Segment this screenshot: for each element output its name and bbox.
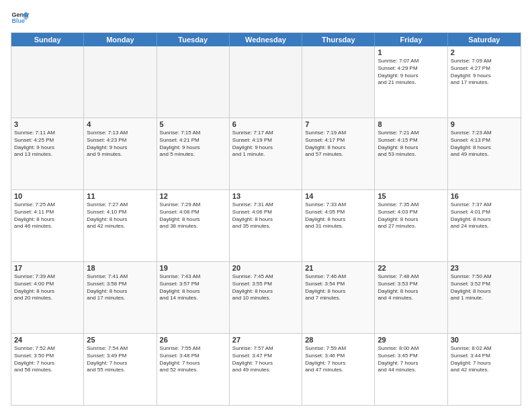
weekday-header-sunday: Sunday xyxy=(11,33,84,46)
day-number: 20 xyxy=(232,264,299,272)
day-info: Sunrise: 7:50 AM Sunset: 3:52 PM Dayligh… xyxy=(451,273,518,302)
day-cell-27: 27Sunrise: 7:57 AM Sunset: 3:47 PM Dayli… xyxy=(230,334,302,405)
day-cell-19: 19Sunrise: 7:43 AM Sunset: 3:57 PM Dayli… xyxy=(157,262,230,333)
page: General Blue SundayMondayTuesdayWednesda… xyxy=(0,0,532,411)
day-cell-12: 12Sunrise: 7:29 AM Sunset: 4:08 PM Dayli… xyxy=(157,190,230,261)
day-cell-1: 1Sunrise: 7:07 AM Sunset: 4:29 PM Daylig… xyxy=(375,46,447,118)
day-info: Sunrise: 7:57 AM Sunset: 3:47 PM Dayligh… xyxy=(232,345,299,374)
day-number: 25 xyxy=(87,336,153,344)
calendar-header: SundayMondayTuesdayWednesdayThursdayFrid… xyxy=(11,33,521,46)
day-cell-8: 8Sunrise: 7:21 AM Sunset: 4:15 PM Daylig… xyxy=(375,118,447,189)
day-info: Sunrise: 7:29 AM Sunset: 4:08 PM Dayligh… xyxy=(160,201,226,230)
day-cell-2: 2Sunrise: 7:09 AM Sunset: 4:27 PM Daylig… xyxy=(448,46,521,118)
day-cell-21: 21Sunrise: 7:46 AM Sunset: 3:54 PM Dayli… xyxy=(302,262,375,333)
day-info: Sunrise: 7:46 AM Sunset: 3:54 PM Dayligh… xyxy=(305,273,371,302)
day-cell-15: 15Sunrise: 7:35 AM Sunset: 4:03 PM Dayli… xyxy=(375,190,447,261)
day-number: 4 xyxy=(87,120,153,128)
empty-cell xyxy=(11,46,84,118)
header: General Blue xyxy=(11,8,521,27)
empty-cell xyxy=(302,46,375,118)
day-cell-30: 30Sunrise: 8:02 AM Sunset: 3:44 PM Dayli… xyxy=(448,334,521,405)
day-cell-29: 29Sunrise: 8:00 AM Sunset: 3:45 PM Dayli… xyxy=(375,334,447,405)
day-info: Sunrise: 7:39 AM Sunset: 4:00 PM Dayligh… xyxy=(14,273,81,302)
calendar-row-3: 10Sunrise: 7:25 AM Sunset: 4:11 PM Dayli… xyxy=(11,190,521,262)
day-info: Sunrise: 7:27 AM Sunset: 4:10 PM Dayligh… xyxy=(87,201,153,230)
day-number: 24 xyxy=(14,336,81,344)
day-number: 26 xyxy=(160,336,226,344)
day-info: Sunrise: 7:48 AM Sunset: 3:53 PM Dayligh… xyxy=(378,273,444,302)
day-cell-3: 3Sunrise: 7:11 AM Sunset: 4:25 PM Daylig… xyxy=(11,118,84,189)
day-number: 10 xyxy=(14,192,81,200)
day-info: Sunrise: 7:55 AM Sunset: 3:48 PM Dayligh… xyxy=(160,345,226,374)
day-info: Sunrise: 8:00 AM Sunset: 3:45 PM Dayligh… xyxy=(378,345,444,374)
day-info: Sunrise: 7:07 AM Sunset: 4:29 PM Dayligh… xyxy=(378,58,444,87)
day-number: 16 xyxy=(451,192,518,200)
day-info: Sunrise: 7:09 AM Sunset: 4:27 PM Dayligh… xyxy=(451,58,518,87)
day-info: Sunrise: 7:13 AM Sunset: 4:23 PM Dayligh… xyxy=(87,130,153,158)
weekday-header-monday: Monday xyxy=(84,33,157,46)
weekday-header-friday: Friday xyxy=(375,33,447,46)
calendar-body: 1Sunrise: 7:07 AM Sunset: 4:29 PM Daylig… xyxy=(11,46,521,405)
day-cell-4: 4Sunrise: 7:13 AM Sunset: 4:23 PM Daylig… xyxy=(84,118,157,189)
day-cell-20: 20Sunrise: 7:45 AM Sunset: 3:55 PM Dayli… xyxy=(230,262,302,333)
day-number: 1 xyxy=(378,48,444,56)
calendar-row-5: 24Sunrise: 7:52 AM Sunset: 3:50 PM Dayli… xyxy=(11,334,521,405)
day-number: 18 xyxy=(87,264,153,272)
day-number: 6 xyxy=(232,120,299,128)
calendar-row-2: 3Sunrise: 7:11 AM Sunset: 4:25 PM Daylig… xyxy=(11,118,521,190)
day-cell-9: 9Sunrise: 7:23 AM Sunset: 4:13 PM Daylig… xyxy=(448,118,521,189)
day-number: 9 xyxy=(451,120,518,128)
day-number: 3 xyxy=(14,120,81,128)
day-cell-24: 24Sunrise: 7:52 AM Sunset: 3:50 PM Dayli… xyxy=(11,334,84,405)
day-number: 15 xyxy=(378,192,444,200)
day-number: 14 xyxy=(305,192,371,200)
day-info: Sunrise: 7:23 AM Sunset: 4:13 PM Dayligh… xyxy=(451,130,518,158)
day-info: Sunrise: 7:31 AM Sunset: 4:06 PM Dayligh… xyxy=(232,201,299,230)
day-cell-23: 23Sunrise: 7:50 AM Sunset: 3:52 PM Dayli… xyxy=(448,262,521,333)
weekday-header-tuesday: Tuesday xyxy=(157,33,230,46)
empty-cell xyxy=(230,46,302,118)
day-number: 7 xyxy=(305,120,371,128)
calendar-row-4: 17Sunrise: 7:39 AM Sunset: 4:00 PM Dayli… xyxy=(11,262,521,334)
day-number: 5 xyxy=(160,120,226,128)
day-cell-22: 22Sunrise: 7:48 AM Sunset: 3:53 PM Dayli… xyxy=(375,262,447,333)
weekday-header-thursday: Thursday xyxy=(302,33,375,46)
day-number: 23 xyxy=(451,264,518,272)
day-info: Sunrise: 7:33 AM Sunset: 4:05 PM Dayligh… xyxy=(305,201,371,230)
generalblue-logo-icon: General Blue xyxy=(11,8,30,27)
empty-cell xyxy=(84,46,157,118)
day-cell-25: 25Sunrise: 7:54 AM Sunset: 3:49 PM Dayli… xyxy=(84,334,157,405)
day-cell-17: 17Sunrise: 7:39 AM Sunset: 4:00 PM Dayli… xyxy=(11,262,84,333)
day-info: Sunrise: 7:52 AM Sunset: 3:50 PM Dayligh… xyxy=(14,345,81,374)
day-number: 30 xyxy=(451,336,518,344)
day-cell-13: 13Sunrise: 7:31 AM Sunset: 4:06 PM Dayli… xyxy=(230,190,302,261)
day-info: Sunrise: 7:17 AM Sunset: 4:19 PM Dayligh… xyxy=(232,130,299,158)
empty-cell xyxy=(157,46,230,118)
day-cell-14: 14Sunrise: 7:33 AM Sunset: 4:05 PM Dayli… xyxy=(302,190,375,261)
weekday-header-wednesday: Wednesday xyxy=(230,33,302,46)
day-info: Sunrise: 7:41 AM Sunset: 3:58 PM Dayligh… xyxy=(87,273,153,302)
day-number: 2 xyxy=(451,48,518,56)
day-info: Sunrise: 7:54 AM Sunset: 3:49 PM Dayligh… xyxy=(87,345,153,374)
day-info: Sunrise: 8:02 AM Sunset: 3:44 PM Dayligh… xyxy=(451,345,518,374)
day-number: 12 xyxy=(160,192,226,200)
day-info: Sunrise: 7:11 AM Sunset: 4:25 PM Dayligh… xyxy=(14,130,81,158)
day-number: 8 xyxy=(378,120,444,128)
day-cell-7: 7Sunrise: 7:19 AM Sunset: 4:17 PM Daylig… xyxy=(302,118,375,189)
day-info: Sunrise: 7:25 AM Sunset: 4:11 PM Dayligh… xyxy=(14,201,81,230)
day-number: 28 xyxy=(305,336,371,344)
day-cell-26: 26Sunrise: 7:55 AM Sunset: 3:48 PM Dayli… xyxy=(157,334,230,405)
day-number: 11 xyxy=(87,192,153,200)
calendar-row-1: 1Sunrise: 7:07 AM Sunset: 4:29 PM Daylig… xyxy=(11,46,521,118)
day-number: 29 xyxy=(378,336,444,344)
day-number: 17 xyxy=(14,264,81,272)
day-number: 19 xyxy=(160,264,226,272)
day-cell-28: 28Sunrise: 7:59 AM Sunset: 3:46 PM Dayli… xyxy=(302,334,375,405)
day-number: 13 xyxy=(232,192,299,200)
day-number: 27 xyxy=(232,336,299,344)
day-cell-6: 6Sunrise: 7:17 AM Sunset: 4:19 PM Daylig… xyxy=(230,118,302,189)
day-info: Sunrise: 7:59 AM Sunset: 3:46 PM Dayligh… xyxy=(305,345,371,374)
logo: General Blue xyxy=(11,8,30,27)
day-info: Sunrise: 7:19 AM Sunset: 4:17 PM Dayligh… xyxy=(305,130,371,158)
day-cell-18: 18Sunrise: 7:41 AM Sunset: 3:58 PM Dayli… xyxy=(84,262,157,333)
